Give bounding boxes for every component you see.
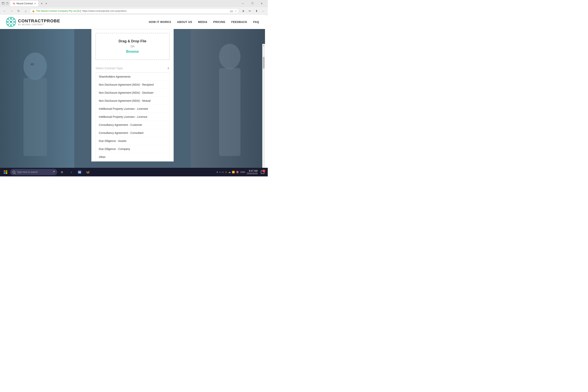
contract-type-item-10[interactable]: Other (96, 153, 169, 161)
hero-person-left (0, 29, 74, 168)
drag-drop-area[interactable]: Drag & Drop File OR Browse (96, 33, 170, 60)
window-controls: — ❐ ✕ (238, 1, 266, 6)
close-button[interactable]: ✕ (257, 1, 266, 6)
taskbar-search-bar[interactable]: Type here to search 🎤 (10, 169, 57, 175)
hero-person-right (191, 29, 265, 168)
svg-rect-22 (24, 78, 47, 156)
browse-button[interactable]: Browse (102, 50, 163, 54)
contract-type-item-5[interactable]: Intellectual Property Licenses - Licenso… (96, 113, 169, 121)
logo-area[interactable]: ₮ CONTRACTPROBE BY NEURAL CONTRACT (6, 17, 60, 27)
browser-chrome: 🗔 ❐ 🧠 Neural Contract ✕ + ▾ — ❐ ✕ ← → ↻ … (0, 0, 268, 15)
toolbar-right: ★ ✏ ⬆ ··· (240, 8, 266, 14)
volume-icon[interactable]: 🔇 (236, 171, 239, 174)
hidden-icons-button[interactable]: ∧ (219, 171, 220, 173)
more-button[interactable]: ··· (260, 8, 266, 14)
wifi-icon[interactable]: 📶 (232, 171, 235, 174)
contract-type-item-7[interactable]: Consultancy Agreement - Consultant (96, 129, 169, 137)
svg-point-7 (14, 22, 15, 22)
new-tab-button[interactable]: + (39, 1, 44, 6)
address-bar[interactable]: 🔒 The Neural Contract Company Pty Ltd [A… (30, 8, 239, 14)
taskbar-app-word[interactable]: W (76, 168, 84, 176)
contract-type-item-0[interactable]: Shareholders Agreements (96, 73, 169, 81)
edge-icon: e (71, 170, 72, 174)
svg-point-8 (10, 18, 12, 19)
hero-section: Drag & Drop File OR Browse Select Contra… (0, 29, 265, 168)
favorites-icon[interactable]: ☆ (234, 10, 237, 12)
share-button[interactable]: ⬆ (254, 8, 260, 14)
contract-type-item-2[interactable]: Non Disclosure Agreement (NDA) - Disclos… (96, 89, 169, 97)
contract-type-item-4[interactable]: Intellectual Property Licenses - License… (96, 105, 169, 113)
windows-start-icon (4, 170, 7, 174)
task-view-icon: ⧉ (61, 170, 63, 174)
contract-type-item-8[interactable]: Due Diligence - Assets (96, 137, 169, 145)
start-button[interactable] (2, 168, 10, 176)
word-icon: W (78, 170, 81, 174)
favorites-bar-button[interactable]: ★ (240, 8, 246, 14)
taskbar: Type here to search 🎤 ⧉ e W 🦋 ⬆ ∧ ▭ ⚠ ☁ … (0, 168, 268, 176)
action-center-button[interactable]: 1 (259, 168, 266, 176)
site-nav: ₮ CONTRACTPROBE BY NEURAL CONTRACT HOW I… (0, 15, 265, 29)
tab-icon: 🧠 (12, 2, 15, 5)
svg-point-17 (8, 24, 8, 25)
taskbar-clock[interactable]: 8:47 AM 23/02/2018 (247, 170, 258, 175)
taskbar-time: 8:47 AM (247, 170, 258, 172)
back-button[interactable]: ← (2, 8, 8, 14)
taskbar-date: 23/02/2018 (247, 172, 258, 175)
search-icon (12, 171, 15, 174)
warning-icon[interactable]: ⚠ (225, 171, 227, 174)
taskbar-system-tray: ⬆ ∧ ▭ ⚠ ☁ 📶 🔇 ENG 8:47 AM 23/02/2018 1 (216, 168, 266, 176)
desktop-icon[interactable]: ▭ (222, 171, 224, 174)
refresh-button[interactable]: ↻ (16, 8, 22, 14)
address-right-icons: 📖 ☆ (230, 10, 237, 12)
taskbar-system-icons: ⬆ ∧ ▭ ⚠ ☁ 📶 🔇 (216, 171, 239, 174)
browser-tab-active[interactable]: 🧠 Neural Contract ✕ (10, 1, 38, 6)
browser-icon-1[interactable]: 🗔 (2, 2, 5, 5)
maximize-button[interactable]: ❐ (248, 1, 257, 6)
upload-arrow-icon[interactable]: ⬆ (216, 171, 218, 173)
scroll-up-button[interactable]: ▲ (262, 44, 265, 47)
scroll-thumb[interactable] (263, 57, 264, 68)
contract-type-list: Shareholders Agreements Non Disclosure A… (96, 72, 170, 161)
browser-icon-2[interactable]: ❐ (6, 2, 8, 5)
scroll-track[interactable] (262, 47, 265, 168)
svg-point-6 (7, 22, 8, 22)
taskbar-app-edge[interactable]: e (68, 168, 75, 176)
ebook-button[interactable]: ✏ (247, 8, 253, 14)
tab-close-button[interactable]: ✕ (34, 2, 36, 5)
forward-button[interactable]: → (8, 8, 14, 14)
upload-card: Drag & Drop File OR Browse Select Contra… (91, 29, 174, 162)
svg-point-21 (24, 52, 47, 80)
tab-title: Neural Contract (16, 2, 33, 5)
logo-text: CONTRACTPROBE BY NEURAL CONTRACT (18, 18, 60, 26)
address-company: The Neural Contract Company Pty Ltd [AU] (36, 10, 81, 12)
contract-type-item-1[interactable]: Non Disclosure Agreement (NDA) - Recipie… (96, 81, 169, 89)
nav-link-about-us[interactable]: ABOUT US (177, 20, 192, 24)
minimize-button[interactable]: — (238, 1, 247, 6)
svg-point-16 (14, 18, 14, 20)
nav-link-faq[interactable]: FAQ (253, 20, 259, 24)
contract-type-header[interactable]: Select Contract Type ∧ (96, 64, 170, 72)
tab-dropdown-button[interactable]: ▾ (46, 2, 47, 5)
svg-point-25 (219, 44, 241, 69)
nav-link-feedback[interactable]: FEEDBACK (231, 20, 247, 24)
home-button[interactable]: ⌂ (23, 8, 28, 14)
cloud-icon[interactable]: ☁ (228, 171, 231, 174)
website-content: ₮ CONTRACTPROBE BY NEURAL CONTRACT HOW I… (0, 15, 265, 168)
microphone-icon[interactable]: 🎤 (52, 171, 55, 174)
nav-link-how-it-works[interactable]: HOW IT WORKS (149, 20, 171, 24)
language-indicator[interactable]: ENG (240, 171, 245, 173)
browser-scrollbar[interactable]: ▲ ▼ (262, 44, 265, 168)
svg-rect-26 (219, 68, 241, 156)
taskbar-app-butterfly[interactable]: 🦋 (84, 168, 92, 176)
taskbar-task-view-button[interactable]: ⧉ (58, 168, 66, 176)
nav-link-media[interactable]: MEDIA (198, 20, 207, 24)
contract-type-item-9[interactable]: Due Diligence - Company (96, 145, 169, 153)
svg-point-18 (14, 24, 14, 25)
contract-type-item-3[interactable]: Non Disclosure Agreement (NDA) - Mutual (96, 97, 169, 105)
svg-point-23 (30, 63, 34, 66)
contract-type-item-6[interactable]: Consultancy Agreement - Customer (96, 121, 169, 129)
svg-point-9 (10, 25, 12, 26)
contract-type-placeholder: Select Contract Type (96, 66, 123, 70)
nav-link-pricing[interactable]: PRICING (213, 20, 226, 24)
reader-mode-icon[interactable]: 📖 (230, 10, 233, 12)
